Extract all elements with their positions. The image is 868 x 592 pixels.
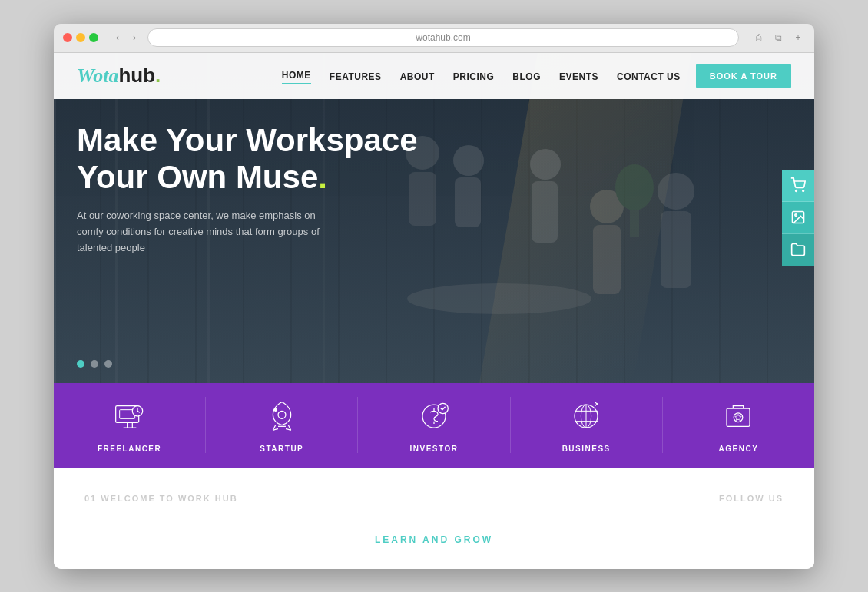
cart-icon	[790, 177, 806, 193]
freelancer-icon	[111, 397, 149, 435]
investor-icon	[415, 397, 453, 435]
learn-grow-container: LEARN AND GROW	[375, 532, 493, 546]
category-freelancer[interactable]: FREELANCER	[54, 397, 206, 453]
category-startup[interactable]: STARTUP	[206, 397, 358, 453]
minimize-dot[interactable]	[76, 33, 85, 42]
nav-menu: HOME FEATURES ABOUT PRICING BLOG	[282, 68, 681, 84]
nav-link-about[interactable]: ABOUT	[400, 71, 435, 82]
bottom-section: 01 WELCOME TO WORK HUB LEARN AND GROW FO…	[54, 468, 814, 569]
business-label: BUSINESS	[562, 445, 611, 453]
nav-item-features[interactable]: FEATURES	[330, 69, 382, 83]
url-text: wotahub.com	[416, 32, 470, 43]
close-dot[interactable]	[63, 33, 72, 42]
site-logo: Wotahub.	[77, 64, 161, 88]
book-tour-button[interactable]: BOOK A TOUR	[696, 64, 791, 88]
category-business[interactable]: BUSINESS	[511, 397, 663, 453]
forward-button[interactable]: ›	[128, 31, 141, 45]
hero-slider-dots	[77, 360, 112, 368]
side-image-button[interactable]	[782, 202, 814, 234]
maximize-dot[interactable]	[89, 33, 98, 42]
svg-rect-36	[727, 408, 750, 426]
investor-label: INVESTOR	[410, 445, 459, 453]
window-controls	[63, 33, 98, 42]
side-folder-button[interactable]	[782, 234, 814, 266]
website: Wotahub. HOME FEATURES ABOUT PRICING	[54, 53, 814, 569]
agency-label: AGENCY	[719, 445, 759, 453]
hero-title-line2: Your Own Muse	[77, 159, 318, 195]
nav-item-pricing[interactable]: PRICING	[453, 69, 495, 83]
add-tab-button[interactable]: +	[791, 31, 805, 45]
freelancer-label: FREELANCER	[98, 445, 161, 453]
category-agency[interactable]: AGENCY	[663, 397, 814, 453]
logo-wota: Wota	[77, 64, 118, 87]
hero-dot-1[interactable]	[77, 360, 84, 368]
nav-link-features[interactable]: FEATURES	[330, 71, 382, 82]
hero-title-line1: Make Your Workspace	[77, 122, 418, 158]
browser-content: Wotahub. HOME FEATURES ABOUT PRICING	[54, 53, 814, 569]
folder-icon	[790, 242, 806, 257]
side-cart-button[interactable]	[782, 170, 814, 202]
nav-item-contact[interactable]: CONTACT US	[617, 69, 681, 83]
section-number: 01 WELCOME TO WORK HUB	[84, 494, 238, 503]
learn-grow-text: LEARN AND GROW	[375, 534, 493, 545]
nav-link-contact[interactable]: CONTACT US	[617, 71, 681, 82]
duplicate-button[interactable]: ⧉	[771, 31, 785, 45]
categories-bar: FREELANCER STARTUP	[54, 383, 814, 468]
hero-subtitle: At our coworking space center, we make e…	[77, 208, 323, 256]
nav-link-blog[interactable]: BLOG	[512, 71, 541, 82]
back-button[interactable]: ‹	[111, 31, 124, 45]
hero-title-dot: .	[318, 159, 327, 195]
browser-nav-arrows: ‹ ›	[111, 31, 141, 45]
logo-hub: hub	[118, 64, 155, 87]
svg-point-20	[795, 214, 797, 217]
follow-us-label: FOLLOW US	[719, 494, 784, 503]
startup-icon	[263, 397, 301, 435]
browser-action-buttons: ⎙ ⧉ +	[751, 31, 805, 45]
navbar: Wotahub. HOME FEATURES ABOUT PRICING	[54, 53, 814, 99]
svg-point-17	[796, 190, 797, 192]
business-icon	[567, 397, 605, 435]
address-bar[interactable]: wotahub.com	[147, 28, 739, 47]
section-left: 01 WELCOME TO WORK HUB	[84, 491, 719, 504]
svg-point-0	[407, 283, 591, 314]
hero-title: Make Your Workspace Your Own Muse.	[77, 122, 476, 197]
browser-chrome: ‹ › wotahub.com ⎙ ⧉ +	[54, 24, 814, 53]
hero-section: Make Your Workspace Your Own Muse. At ou…	[54, 53, 814, 383]
browser-window: ‹ › wotahub.com ⎙ ⧉ + Wotahub. HOME	[54, 24, 814, 569]
nav-item-blog[interactable]: BLOG	[512, 69, 541, 83]
nav-link-events[interactable]: EVENTS	[559, 71, 598, 82]
image-icon	[790, 210, 806, 225]
nav-item-home[interactable]: HOME	[282, 68, 311, 84]
side-action-buttons	[782, 170, 814, 266]
hero-dot-2[interactable]	[91, 360, 98, 368]
category-investor[interactable]: INVESTOR	[358, 397, 510, 453]
agency-icon	[719, 397, 757, 435]
svg-point-28	[274, 408, 277, 411]
nav-item-events[interactable]: EVENTS	[559, 69, 598, 83]
logo-dot: .	[155, 64, 161, 87]
share-button[interactable]: ⎙	[751, 31, 765, 45]
hero-dot-3[interactable]	[104, 360, 112, 368]
svg-point-27	[278, 411, 286, 418]
nav-link-home[interactable]: HOME	[282, 70, 311, 81]
nav-item-about[interactable]: ABOUT	[400, 69, 435, 83]
startup-label: STARTUP	[260, 445, 303, 453]
section-right: FOLLOW US	[719, 491, 784, 504]
nav-link-pricing[interactable]: PRICING	[453, 71, 495, 82]
svg-point-18	[803, 190, 804, 192]
